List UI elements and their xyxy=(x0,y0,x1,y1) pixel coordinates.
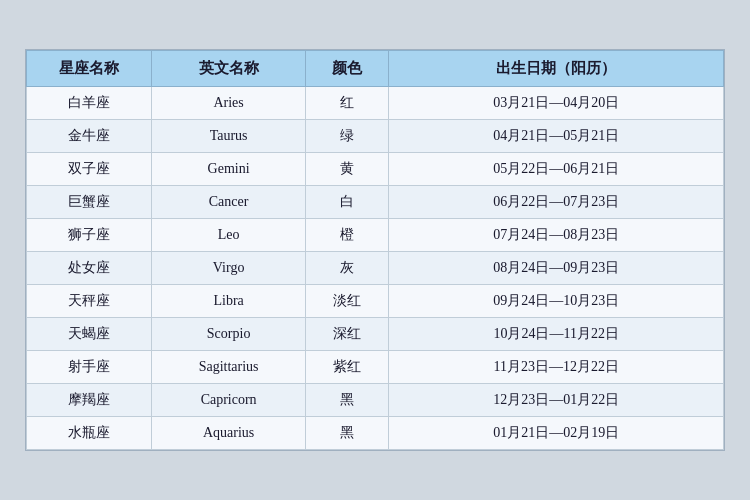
header-date: 出生日期（阳历） xyxy=(389,51,724,87)
table-row: 天蝎座Scorpio深红10月24日—11月22日 xyxy=(27,318,724,351)
cell-chinese: 天秤座 xyxy=(27,285,152,318)
cell-english: Taurus xyxy=(152,120,305,153)
cell-color: 紫红 xyxy=(305,351,389,384)
cell-date: 07月24日—08月23日 xyxy=(389,219,724,252)
cell-english: Virgo xyxy=(152,252,305,285)
cell-chinese: 水瓶座 xyxy=(27,417,152,450)
table-row: 射手座Sagittarius紫红11月23日—12月22日 xyxy=(27,351,724,384)
cell-color: 黑 xyxy=(305,417,389,450)
cell-color: 深红 xyxy=(305,318,389,351)
cell-chinese: 天蝎座 xyxy=(27,318,152,351)
table-row: 白羊座Aries红03月21日—04月20日 xyxy=(27,87,724,120)
cell-date: 10月24日—11月22日 xyxy=(389,318,724,351)
cell-date: 11月23日—12月22日 xyxy=(389,351,724,384)
table-row: 天秤座Libra淡红09月24日—10月23日 xyxy=(27,285,724,318)
cell-english: Sagittarius xyxy=(152,351,305,384)
table-row: 狮子座Leo橙07月24日—08月23日 xyxy=(27,219,724,252)
zodiac-table-container: 星座名称 英文名称 颜色 出生日期（阳历） 白羊座Aries红03月21日—04… xyxy=(25,49,725,451)
cell-date: 03月21日—04月20日 xyxy=(389,87,724,120)
cell-english: Libra xyxy=(152,285,305,318)
zodiac-table: 星座名称 英文名称 颜色 出生日期（阳历） 白羊座Aries红03月21日—04… xyxy=(26,50,724,450)
cell-date: 05月22日—06月21日 xyxy=(389,153,724,186)
header-english: 英文名称 xyxy=(152,51,305,87)
table-row: 摩羯座Capricorn黑12月23日—01月22日 xyxy=(27,384,724,417)
cell-chinese: 巨蟹座 xyxy=(27,186,152,219)
cell-date: 04月21日—05月21日 xyxy=(389,120,724,153)
cell-english: Aquarius xyxy=(152,417,305,450)
cell-color: 黄 xyxy=(305,153,389,186)
cell-color: 灰 xyxy=(305,252,389,285)
cell-date: 08月24日—09月23日 xyxy=(389,252,724,285)
cell-color: 白 xyxy=(305,186,389,219)
cell-english: Capricorn xyxy=(152,384,305,417)
cell-english: Cancer xyxy=(152,186,305,219)
cell-english: Scorpio xyxy=(152,318,305,351)
table-row: 双子座Gemini黄05月22日—06月21日 xyxy=(27,153,724,186)
cell-color: 黑 xyxy=(305,384,389,417)
cell-english: Gemini xyxy=(152,153,305,186)
cell-chinese: 白羊座 xyxy=(27,87,152,120)
table-row: 巨蟹座Cancer白06月22日—07月23日 xyxy=(27,186,724,219)
table-header-row: 星座名称 英文名称 颜色 出生日期（阳历） xyxy=(27,51,724,87)
cell-chinese: 处女座 xyxy=(27,252,152,285)
cell-chinese: 金牛座 xyxy=(27,120,152,153)
cell-date: 01月21日—02月19日 xyxy=(389,417,724,450)
cell-english: Leo xyxy=(152,219,305,252)
table-row: 处女座Virgo灰08月24日—09月23日 xyxy=(27,252,724,285)
cell-date: 06月22日—07月23日 xyxy=(389,186,724,219)
header-color: 颜色 xyxy=(305,51,389,87)
cell-date: 12月23日—01月22日 xyxy=(389,384,724,417)
cell-english: Aries xyxy=(152,87,305,120)
table-row: 水瓶座Aquarius黑01月21日—02月19日 xyxy=(27,417,724,450)
cell-date: 09月24日—10月23日 xyxy=(389,285,724,318)
cell-chinese: 射手座 xyxy=(27,351,152,384)
header-chinese: 星座名称 xyxy=(27,51,152,87)
cell-chinese: 狮子座 xyxy=(27,219,152,252)
cell-chinese: 摩羯座 xyxy=(27,384,152,417)
cell-color: 红 xyxy=(305,87,389,120)
cell-color: 橙 xyxy=(305,219,389,252)
cell-color: 淡红 xyxy=(305,285,389,318)
cell-chinese: 双子座 xyxy=(27,153,152,186)
cell-color: 绿 xyxy=(305,120,389,153)
table-body: 白羊座Aries红03月21日—04月20日金牛座Taurus绿04月21日—0… xyxy=(27,87,724,450)
table-row: 金牛座Taurus绿04月21日—05月21日 xyxy=(27,120,724,153)
